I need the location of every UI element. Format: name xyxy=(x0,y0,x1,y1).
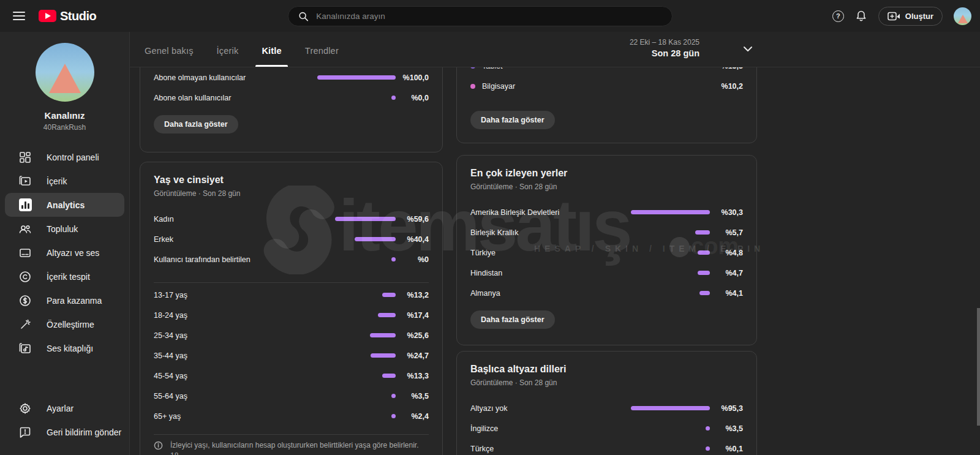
create-button[interactable]: Oluştur xyxy=(878,7,943,26)
stat-bar xyxy=(699,291,710,295)
stat-row: Hindistan %4,7 xyxy=(470,263,743,283)
stat-row: Birleşik Krallık %5,7 xyxy=(470,222,743,243)
sidebar-item-customization[interactable]: Özelleştirme xyxy=(0,312,129,336)
main-area: Genel bakış İçerik Kitle Trendler 22 Eki… xyxy=(130,32,980,455)
channel-avatar[interactable] xyxy=(36,43,94,102)
subtitle-languages-card: Başlıca altyazı dilleri Görüntüleme · So… xyxy=(456,351,757,455)
tab-genel-bakis[interactable]: Genel bakış xyxy=(145,46,194,67)
stat-row: Kullanıcı tarafından belirtilen %0 xyxy=(154,249,429,269)
sidebar-item-settings[interactable]: Ayarlar xyxy=(0,396,129,420)
sidebar-item-content[interactable]: İçerik xyxy=(0,169,129,193)
sidebar-item-monetization[interactable]: Para kazanma xyxy=(0,288,129,312)
card-title: Yaş ve cinsiyet xyxy=(154,162,429,186)
tab-icerik[interactable]: İçerik xyxy=(217,46,239,67)
legend-dot xyxy=(470,84,475,89)
stat-bar xyxy=(391,96,396,100)
channel-search[interactable] xyxy=(288,6,673,26)
sidebar-item-audio-library[interactable]: Ses kitaplığı xyxy=(0,336,129,360)
stat-bar xyxy=(382,374,396,378)
stat-row: Türkiye %4,8 xyxy=(470,243,743,263)
sidebar-item-feedback[interactable]: Geri bildirim gönder xyxy=(0,420,129,444)
show-more-button[interactable]: Daha fazla göster xyxy=(470,111,555,129)
sidebar-item-subtitles[interactable]: Altyazı ve ses xyxy=(0,241,129,265)
tab-kitle[interactable]: Kitle xyxy=(262,46,281,67)
device-rows: Tablet %15,3 Bilgisayar %10,2 xyxy=(470,67,743,96)
audio-library-icon xyxy=(18,342,32,355)
account-avatar[interactable] xyxy=(954,7,971,25)
device-type-card: Tablet %15,3 Bilgisayar %10,2 Daha fazla… xyxy=(456,67,757,143)
date-range-label: Son 28 gün xyxy=(601,48,699,58)
stat-row: Bilgisayar %10,2 xyxy=(470,76,743,96)
sidebar: Kanalınız 40RankRush Kontrol paneli İçer… xyxy=(0,32,130,455)
scrollable-content: Abone olmayan kullanıcılar %100,0 Abone … xyxy=(130,67,980,455)
stat-bar xyxy=(335,217,396,221)
stat-row: 13-17 yaş %13,2 xyxy=(154,285,429,305)
feedback-icon xyxy=(18,426,32,439)
community-icon xyxy=(18,222,32,236)
divider xyxy=(154,434,429,435)
sidebar-item-dashboard[interactable]: Kontrol paneli xyxy=(0,145,129,169)
stat-bar xyxy=(631,210,710,214)
dashboard-icon xyxy=(18,151,32,164)
stat-row: İngilizce %3,5 xyxy=(470,418,743,438)
stat-row: Tablet %15,3 xyxy=(470,67,743,76)
stat-bar xyxy=(391,414,396,418)
show-more-button[interactable]: Daha fazla göster xyxy=(154,115,238,133)
stat-row: Almanya %4,1 xyxy=(470,283,743,303)
sidebar-nav: Kontrol paneli İçerik Analytics Topluluk… xyxy=(0,145,129,360)
stat-row: Abone olan kullanıcılar %0,0 xyxy=(154,88,429,108)
subscription-status-card: Abone olmayan kullanıcılar %100,0 Abone … xyxy=(140,67,443,152)
sidebar-item-copyright[interactable]: İçerik tespit xyxy=(0,265,129,288)
age-rows: 13-17 yaş %13,2 18-24 yaş %17,4 25-34 ya… xyxy=(154,285,429,426)
card-title: Başlıca altyazı dilleri xyxy=(470,352,743,375)
card-subtitle: Görüntüleme · Son 28 gün xyxy=(154,189,429,198)
help-icon[interactable]: ? xyxy=(832,10,844,22)
show-more-button[interactable]: Daha fazla göster xyxy=(470,310,555,329)
top-locations-card: En çok izleyen yerler Görüntüleme · Son … xyxy=(456,155,757,345)
card-subtitle: Görüntüleme · Son 28 gün xyxy=(470,182,743,191)
youtube-studio-app: Studio ? Oluştur Kanalınız 40RankRush Ko… xyxy=(0,0,980,455)
studio-logo[interactable]: Studio xyxy=(39,9,96,23)
sidebar-item-analytics[interactable]: Analytics xyxy=(5,193,124,217)
stat-row: 55-64 yaş %3,5 xyxy=(154,386,429,406)
stat-bar xyxy=(391,257,396,261)
create-button-label: Oluştur xyxy=(905,12,933,21)
scrollbar-thumb[interactable] xyxy=(977,308,980,426)
header-actions: ? Oluştur xyxy=(832,0,971,32)
gender-rows: Kadın %59,6 Erkek %40,4 Kullanıcı tarafı… xyxy=(154,209,429,269)
sidebar-item-community[interactable]: Topluluk xyxy=(0,217,129,241)
stat-bar xyxy=(698,250,710,255)
stat-bar xyxy=(695,230,710,235)
search-icon xyxy=(298,11,309,22)
stat-row: Kadın %59,6 xyxy=(154,209,429,229)
stat-bar xyxy=(391,394,396,398)
stat-row: 35-44 yaş %24,7 xyxy=(154,345,429,366)
analytics-tab-bar: Genel bakış İçerik Kitle Trendler 22 Eki… xyxy=(130,32,980,67)
subscription-rows: Abone olmayan kullanıcılar %100,0 Abone … xyxy=(154,67,429,108)
subtitles-icon xyxy=(18,246,32,260)
divider xyxy=(154,282,429,283)
analytics-icon xyxy=(18,198,32,212)
stat-row: 25-34 yaş %25,6 xyxy=(154,325,429,345)
stat-bar xyxy=(370,333,396,337)
chevron-down-icon[interactable] xyxy=(742,44,753,55)
stat-bar xyxy=(382,293,396,297)
stat-row: Altyazı yok %95,3 xyxy=(470,398,743,418)
info-icon xyxy=(154,441,163,450)
date-range-picker[interactable]: 22 Eki – 18 Kas 2025 Son 28 gün xyxy=(601,38,699,58)
stat-bar xyxy=(378,313,396,317)
channel-handle: 40RankRush xyxy=(0,123,129,132)
sidebar-footer: Ayarlar Geri bildirim gönder xyxy=(0,396,129,444)
menu-icon[interactable] xyxy=(13,12,25,20)
monetization-icon xyxy=(18,294,32,307)
search-input[interactable] xyxy=(316,12,662,21)
stat-bar xyxy=(706,446,710,451)
stat-bar xyxy=(317,75,396,80)
notifications-bell-icon[interactable] xyxy=(855,10,867,22)
tab-trendler[interactable]: Trendler xyxy=(305,46,339,67)
channel-name: Kanalınız xyxy=(0,110,129,121)
stat-row: Amerika Birleşik Devletleri %30,3 xyxy=(470,202,743,222)
stat-row: Erkek %40,4 xyxy=(154,229,429,249)
stat-bar xyxy=(371,353,396,358)
top-bar: Studio ? Oluştur xyxy=(0,0,980,32)
